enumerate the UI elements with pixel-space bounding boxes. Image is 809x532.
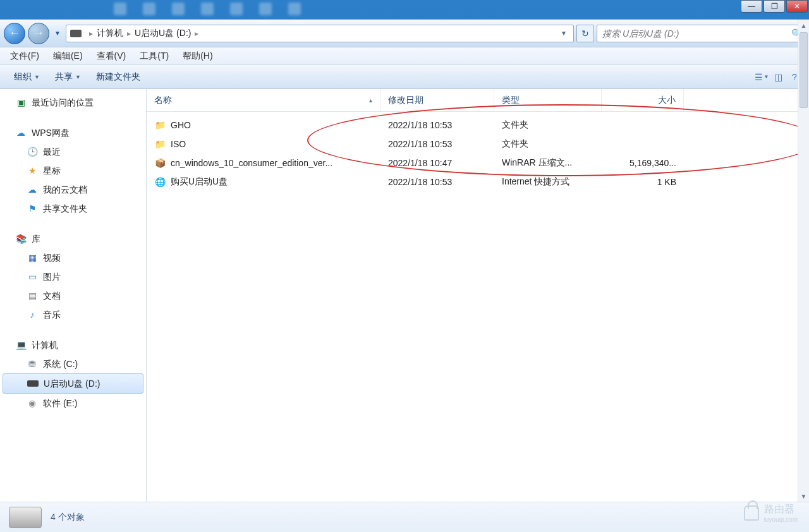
share-icon: ⚑ (27, 203, 38, 214)
scroll-thumb[interactable] (800, 32, 808, 108)
file-date: 2022/1/18 10:53 (380, 177, 494, 187)
column-type[interactable]: 类型 (494, 89, 602, 111)
share-button[interactable]: 共享▼ (49, 70, 87, 85)
file-name: GHO (171, 120, 191, 130)
address-bar[interactable]: ▸ 计算机 ▸ U启动U盘 (D:) ▸ ▼ (66, 25, 574, 42)
sidebar-item-music[interactable]: ♪音乐 (0, 305, 146, 324)
music-icon: ♪ (27, 309, 38, 320)
window-controls: — ❐ ✕ (741, 0, 809, 14)
usb-icon (27, 378, 39, 389)
file-name: 购买U启动U盘 (171, 176, 228, 188)
picture-icon: ▭ (27, 271, 38, 282)
menu-bar: 文件(F) 编辑(E) 查看(V) 工具(T) 帮助(H) (0, 47, 809, 65)
sidebar-item-recent[interactable]: ▣最近访问的位置 (0, 93, 146, 112)
file-name: cn_windows_10_consumer_edition_ver... (171, 158, 332, 168)
vertical-scrollbar[interactable]: ▲ ▼ (798, 20, 809, 502)
breadcrumb-drive[interactable]: U启动U盘 (D:) (135, 28, 191, 39)
disc-icon: ◉ (27, 397, 38, 409)
scroll-up-arrow[interactable]: ▲ (798, 20, 809, 31)
recent-icon: ▣ (15, 97, 27, 108)
column-name[interactable]: 名称▴ (147, 89, 380, 111)
menu-help[interactable]: 帮助(H) (183, 51, 212, 62)
sidebar-item-documents[interactable]: ▤文档 (0, 286, 146, 305)
file-type: 文件夹 (494, 119, 602, 131)
explorer-window: ← → ▼ ▸ 计算机 ▸ U启动U盘 (D:) ▸ ▼ ↻ 🔍 文件(F) 编… (0, 19, 809, 532)
clock-icon: 🕒 (27, 146, 38, 157)
file-size: 1 KB (602, 177, 684, 187)
sidebar-item-computer[interactable]: 💻计算机 (0, 336, 146, 354)
breadcrumb-sep: ▸ (127, 29, 131, 38)
computer-icon: 💻 (15, 339, 27, 351)
library-icon: 📚 (15, 233, 27, 245)
close-button[interactable]: ✕ (786, 0, 808, 13)
back-button[interactable]: ← (4, 23, 25, 44)
status-count: 4 个对象 (51, 512, 85, 523)
sidebar-item-drive-c[interactable]: ⛃系统 (C:) (0, 354, 146, 373)
menu-tools[interactable]: 工具(T) (140, 51, 169, 62)
sidebar-item-wps-shared[interactable]: ⚑共享文件夹 (0, 199, 146, 218)
star-icon: ★ (27, 165, 38, 176)
search-input[interactable] (597, 28, 788, 39)
watermark: 路由器luyouqi.com (744, 503, 798, 523)
new-folder-button[interactable]: 新建文件夹 (90, 70, 147, 85)
sidebar-item-libraries[interactable]: 📚库 (0, 229, 146, 248)
breadcrumb-sep: ▸ (195, 29, 198, 38)
column-date[interactable]: 修改日期 (380, 89, 494, 111)
menu-edit[interactable]: 编辑(E) (53, 51, 83, 62)
drive-large-icon (9, 507, 42, 528)
forward-button[interactable]: → (28, 23, 49, 44)
sidebar-item-wps-recent[interactable]: 🕒最近 (0, 142, 146, 161)
menu-file[interactable]: 文件(F) (10, 51, 39, 62)
sidebar-item-drive-e[interactable]: ◉软件 (E:) (0, 394, 146, 413)
cloud-icon: ☁ (15, 127, 27, 138)
file-date: 2022/1/18 10:47 (380, 158, 494, 168)
scroll-down-arrow[interactable]: ▼ (798, 490, 809, 502)
preview-pane-button[interactable]: ◫ (771, 71, 785, 83)
refresh-button[interactable]: ↻ (576, 25, 594, 42)
file-name: ISO (171, 139, 186, 149)
explorer-body: ▣最近访问的位置 ☁WPS网盘 🕒最近 ★星标 ☁我的云文档 ⚑共享文件夹 📚库… (0, 89, 809, 502)
file-date: 2022/1/18 10:53 (380, 139, 494, 149)
organize-button[interactable]: 组织▼ (8, 70, 46, 85)
status-bar: 4 个对象 (0, 502, 809, 532)
sidebar-item-drive-d[interactable]: U启动U盘 (D:) (3, 373, 143, 394)
nav-bar: ← → ▼ ▸ 计算机 ▸ U启动U盘 (D:) ▸ ▼ ↻ 🔍 (0, 20, 809, 47)
drive-icon (70, 30, 82, 37)
breadcrumb-sep: ▸ (89, 29, 93, 38)
address-dropdown-icon[interactable]: ▼ (557, 30, 571, 37)
file-row[interactable]: 🌐购买U启动U盘2022/1/18 10:53Internet 快捷方式1 KB (147, 172, 809, 191)
file-date: 2022/1/18 10:53 (380, 120, 494, 130)
view-options-button[interactable]: ☰▼ (755, 71, 769, 83)
column-size[interactable]: 大小 (602, 89, 684, 111)
navigation-pane: ▣最近访问的位置 ☁WPS网盘 🕒最近 ★星标 ☁我的云文档 ⚑共享文件夹 📚库… (0, 89, 147, 502)
sidebar-item-videos[interactable]: ▦视频 (0, 248, 146, 267)
sidebar-item-wps-star[interactable]: ★星标 (0, 161, 146, 180)
menu-view[interactable]: 查看(V) (97, 51, 126, 62)
file-type: 文件夹 (494, 138, 602, 150)
drive-icon: ⛃ (27, 358, 38, 370)
lock-icon (744, 505, 759, 521)
sidebar-item-wps-mydocs[interactable]: ☁我的云文档 (0, 180, 146, 199)
file-row[interactable]: 📁GHO2022/1/18 10:53文件夹 (147, 116, 809, 135)
url-icon: 🌐 (154, 176, 166, 188)
column-headers: 名称▴ 修改日期 类型 大小 (147, 89, 809, 112)
file-row[interactable]: 📦cn_windows_10_consumer_edition_ver...20… (147, 154, 809, 172)
rar-icon: 📦 (154, 157, 166, 169)
sidebar-item-wps[interactable]: ☁WPS网盘 (0, 123, 146, 142)
file-type: WinRAR 压缩文... (494, 157, 602, 169)
file-row[interactable]: 📁ISO2022/1/18 10:53文件夹 (147, 135, 809, 154)
folder-icon: 📁 (154, 138, 166, 150)
toolbar: 组织▼ 共享▼ 新建文件夹 ☰▼ ◫ ? (0, 65, 809, 89)
minimize-button[interactable]: — (741, 0, 762, 13)
file-list-pane: 名称▴ 修改日期 类型 大小 📁GHO2022/1/18 10:53文件夹📁IS… (147, 89, 809, 502)
cloud-icon: ☁ (27, 184, 38, 195)
sidebar-item-pictures[interactable]: ▭图片 (0, 267, 146, 286)
file-type: Internet 快捷方式 (494, 176, 602, 188)
file-size: 5,169,340... (602, 158, 684, 168)
video-icon: ▦ (27, 252, 38, 263)
history-dropdown[interactable]: ▼ (52, 27, 63, 40)
folder-icon: 📁 (154, 119, 166, 131)
breadcrumb-root[interactable]: 计算机 (97, 28, 123, 39)
maximize-button[interactable]: ❐ (763, 0, 785, 13)
search-box[interactable]: 🔍 (597, 25, 805, 42)
